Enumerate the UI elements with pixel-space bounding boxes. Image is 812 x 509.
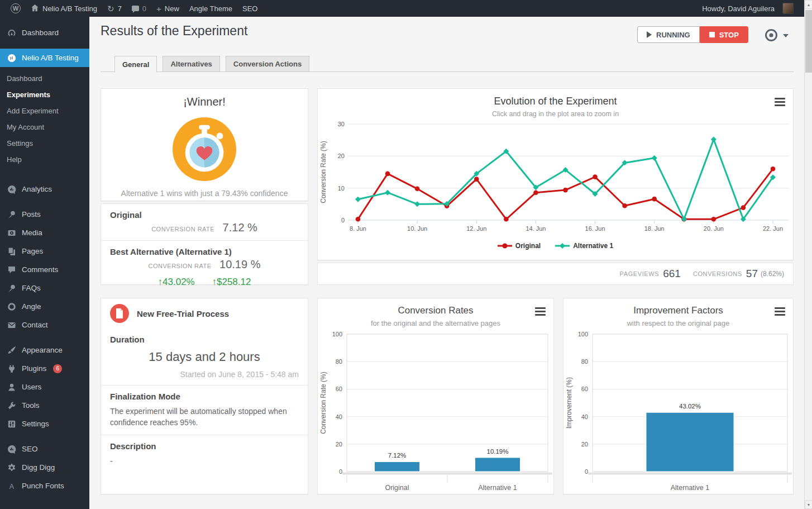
experiment-info-card: New Free-Trial Process Duration 15 days … [101,298,308,494]
winner-title: ¡Winner! [101,89,308,108]
nelio-logo-icon [7,53,16,63]
user-avatar [782,3,794,14]
scroll-down-arrow[interactable]: ▼ [805,500,812,509]
sidebar-item-settings[interactable]: Settings [0,415,89,433]
new-content-link[interactable]: + New [151,0,184,17]
wordpress-menu[interactable]: W [6,0,26,17]
submenu-item-add-experiment[interactable]: Add Experiment [0,103,89,119]
submenu-item-experiments[interactable]: Experiments [0,87,89,103]
duration-value: 15 days and 2 hours [110,350,299,364]
goal-dropdown-button[interactable] [764,28,789,42]
sidebar-item-analytics[interactable]: Analytics [0,180,89,198]
svg-text:7.12%: 7.12% [388,452,407,459]
sidebar-item-faqs[interactable]: FAQs [0,279,89,297]
sidebar-item-label: Dashboard [22,28,59,37]
duration-label: Duration [110,335,299,344]
evolution-chart-title: Evolution of the Experiment [318,89,793,107]
submenu-item-my-account[interactable]: My Account [0,119,89,135]
sliders-icon [7,419,16,429]
sidebar-item-tools[interactable]: Tools [0,396,89,415]
original-stats-section: Original CONVERSION RATE 7.12 % [101,204,308,240]
submenu-item-settings[interactable]: Settings [0,135,89,151]
stop-icon [709,32,715,37]
play-icon [647,31,652,38]
improvement-percent: 43.02% [163,277,195,287]
account-menu-link[interactable]: Howdy, David Aguilera [697,0,799,17]
updates-link[interactable]: ↻ 7 [102,0,127,17]
sidebar-item-comments[interactable]: Comments [0,260,89,279]
page-document-icon [110,304,129,323]
finalization-text: The experiment will be automatically sto… [110,406,299,429]
running-status-button[interactable]: RUNNING [637,26,700,43]
tab-general[interactable]: General [114,56,157,73]
sidebar-item-label: Nelio A/B Testing [22,54,79,62]
legend-item-original[interactable]: Original [498,242,541,250]
sidebar-item-label: Pages [22,247,43,255]
svg-text:100: 100 [332,331,342,337]
sidebar-item-punch-fonts[interactable]: APunch Fonts [0,477,89,495]
seo-menu-link[interactable]: SEO [237,0,262,17]
sidebar-item-pages[interactable]: Pages [0,242,89,260]
svg-text:Conversion Rate (%): Conversion Rate (%) [319,372,327,434]
experiment-status-buttons: RUNNING STOP [637,26,748,43]
svg-text:Original: Original [385,484,409,492]
pushpin-icon [7,210,16,219]
sidebar-item-appearance[interactable]: Appearance [0,341,89,359]
experiment-name: New Free-Trial Process [137,309,229,318]
scroll-up-arrow[interactable]: ▲ [805,0,812,9]
sidebar-item-label: Users [22,383,41,391]
sidebar-item-media[interactable]: Media [0,223,89,242]
sidebar-item-label: Contact [22,321,48,329]
chart-menu-icon[interactable] [775,98,785,108]
sidebar-item-label: Settings [22,420,49,428]
submenu-item-dashboard[interactable]: Dashboard [0,70,89,87]
experiment-header: New Free-Trial Process [101,298,308,329]
pages-icon [7,246,16,256]
sidebar-item-digg-digg[interactable]: Digg Digg [0,458,89,477]
comments-link[interactable]: 0 [127,0,151,17]
tab-conversion-actions[interactable]: Conversion Actions [226,56,309,72]
svg-text:60: 60 [336,386,342,392]
update-count-badge: 6 [53,364,62,373]
sidebar-item-plugins[interactable]: Plugins6 [0,359,89,378]
target-icon [764,28,778,42]
svg-text:18. Jun: 18. Jun [644,225,665,232]
evolution-line-chart[interactable]: 01020308. Jun10. Jun12. Jun14. Jun16. Ju… [318,118,793,237]
svg-text:20. Jun: 20. Jun [704,225,724,232]
sidebar-item-contact[interactable]: Contact [0,316,89,334]
chart-menu-icon[interactable] [775,307,785,317]
pageviews-value: 661 [663,268,681,280]
stop-experiment-button[interactable]: STOP [700,26,748,43]
sidebar-item-nelio-a-b-testing[interactable]: Nelio A/B Testing [0,49,89,67]
sidebar-item-posts[interactable]: Posts [0,205,89,223]
tab-alternatives[interactable]: Alternatives [163,56,219,72]
site-name-link[interactable]: Nelio A/B Testing [26,0,102,17]
sidebar-item-angle[interactable]: Angle [0,297,89,316]
legend-item-alternative-1[interactable]: Alternative 1 [555,242,613,250]
scrollbar-thumb[interactable] [805,10,812,73]
svg-text:30: 30 [338,121,345,127]
legend-marker-icon [498,242,512,249]
sidebar-item-seo[interactable]: SEO [0,440,89,458]
sidebar-item-dashboard[interactable]: Dashboard [0,23,89,42]
admin-sidebar: DashboardNelio A/B TestingDashboardExper… [0,17,89,509]
sidebar-item-users[interactable]: Users [0,378,89,396]
stopwatch-heart-icon [171,116,237,182]
up-arrow-icon: ↑ [212,277,217,287]
chart-menu-icon[interactable] [535,307,546,317]
description-value: - [110,455,299,467]
sidebar-item-label: Plugins [22,364,46,373]
conversions-percentage: (8.62%) [761,270,784,278]
up-arrow-icon: ↑ [158,277,163,287]
submenu-item-help[interactable]: Help [0,151,89,168]
theme-menu-link[interactable]: Angle Theme [184,0,237,17]
analytics-icon [7,444,16,454]
conversion-stats-card: Original CONVERSION RATE 7.12 % Best Alt… [101,203,308,285]
svg-text:10. Jun: 10. Jun [407,225,427,232]
user-icon [7,382,16,392]
sidebar-item-label: SEO [22,445,38,453]
improvement-summary: ↑43.02% ↑$258.12 [110,277,299,288]
sidebar-item-label: Comments [22,265,58,274]
best-alternative-label: Best Alternative (Alternative 1) [110,247,299,256]
ring-icon [7,302,16,311]
